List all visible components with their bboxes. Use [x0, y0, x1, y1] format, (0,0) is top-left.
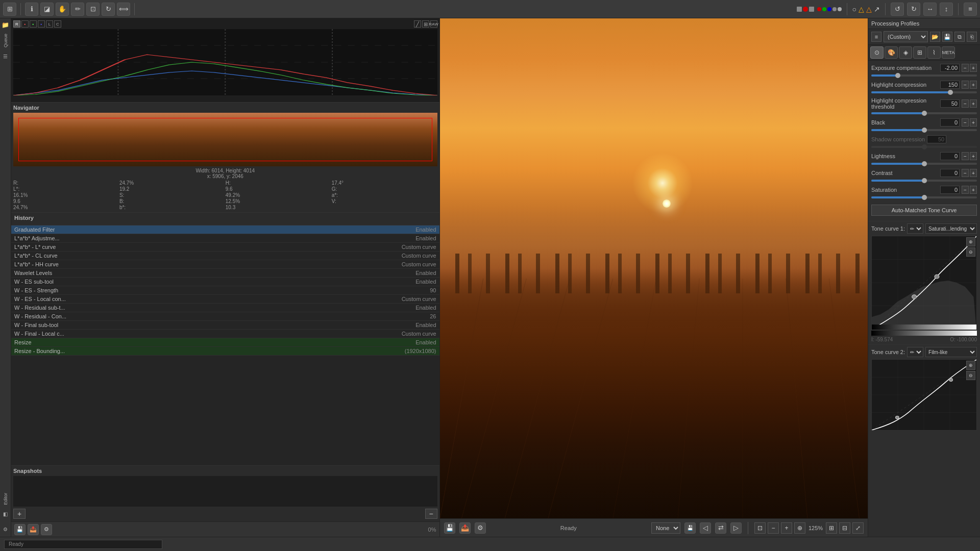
settings-icon-btn[interactable]: ⚙	[1, 524, 10, 534]
fit-width-btn[interactable]: ⊞	[826, 522, 837, 534]
hlt-minus-btn[interactable]: −	[962, 99, 969, 108]
exposure-comp-slider-track[interactable]	[871, 74, 977, 77]
rotate-tool-btn[interactable]: ↻	[102, 3, 115, 16]
history-item-7[interactable]: W - ES - Strength90	[11, 286, 439, 295]
lt-plus-btn[interactable]: +	[970, 152, 977, 160]
saturation-thumb[interactable]	[922, 195, 927, 200]
straighten-btn[interactable]: ⟺	[117, 3, 130, 16]
hlt-plus-btn[interactable]: +	[970, 99, 977, 108]
prof-save-btn[interactable]: 💾	[942, 32, 952, 42]
crop-tool-btn[interactable]: ⊡	[86, 3, 100, 16]
exp-minus-btn[interactable]: −	[962, 64, 969, 72]
fullscreen-btn[interactable]: ⤢	[852, 522, 864, 534]
exp-plus-btn[interactable]: +	[970, 64, 977, 72]
fit-height-btn[interactable]: ⊟	[839, 522, 850, 534]
tab-meta[interactable]: META	[942, 46, 955, 59]
tab-exposure[interactable]: ⊙	[870, 46, 884, 59]
curve-1-copy-btn[interactable]: ⊖	[966, 247, 975, 257]
tone-curve-1-type[interactable]: ✏	[907, 223, 923, 234]
contrast-value[interactable]	[940, 169, 960, 177]
prof-copy-btn[interactable]: ⧉	[954, 32, 965, 42]
sat-plus-btn[interactable]: +	[970, 186, 977, 194]
history-item-5[interactable]: Wavelet LevelsEnabled	[11, 269, 439, 278]
external-btn[interactable]: ⚙	[475, 522, 486, 534]
ct-plus-btn[interactable]: +	[970, 169, 977, 177]
prof-list-btn[interactable]: ≡	[871, 32, 881, 42]
proc-profiles-btn[interactable]: ≡	[964, 3, 977, 16]
black-thumb[interactable]	[922, 128, 927, 133]
blk-plus-btn[interactable]: +	[970, 118, 977, 127]
file-browser-btn[interactable]: ⊞	[3, 3, 16, 16]
snapshot-remove-btn[interactable]: −	[425, 509, 437, 519]
hist-channel-l[interactable]: L	[46, 20, 53, 28]
overlay-select[interactable]: None	[651, 522, 680, 534]
flip-v-btn[interactable]: ↕	[940, 3, 953, 16]
hl-minus-btn[interactable]: −	[962, 81, 969, 89]
history-item-3[interactable]: L*a*b* - CL curveCustom curve	[11, 252, 439, 260]
zoom-out-btn[interactable]: −	[768, 522, 779, 534]
hist-channel-b[interactable]: ▪	[38, 20, 45, 28]
auto-tone-curve-btn[interactable]: Auto-Matched Tone Curve	[871, 205, 977, 216]
zoom-fit-btn[interactable]: ⊡	[754, 522, 766, 534]
pencil-tool-btn[interactable]: ✏	[71, 3, 84, 16]
info-btn[interactable]: ℹ	[25, 3, 38, 16]
zoom-100-btn[interactable]: ⊕	[794, 522, 805, 534]
history-item-9[interactable]: W - Residual sub-t...Enabled	[11, 304, 439, 312]
ct-minus-btn[interactable]: −	[962, 169, 969, 177]
history-item-2[interactable]: L*a*b* - L* curveCustom curve	[11, 243, 439, 252]
hist-full-btn[interactable]: ⊞	[422, 20, 429, 28]
history-item-14[interactable]: Resize - Bounding...(980x551)	[11, 347, 439, 356]
exposure-comp-thumb[interactable]	[895, 73, 900, 78]
hist-channel-r[interactable]: R	[13, 20, 20, 28]
profile-select[interactable]: (Custom) Default	[884, 31, 928, 42]
prev-img-btn[interactable]: ◁	[700, 522, 711, 534]
rotate-ccw-btn[interactable]: ↺	[891, 3, 904, 16]
contrast-thumb[interactable]	[922, 178, 927, 183]
lightness-thumb[interactable]	[922, 161, 927, 166]
flip-h-btn[interactable]: ↔	[923, 3, 937, 16]
history-item-12[interactable]: W - Final - Local c...Custom curve	[11, 330, 439, 338]
tab-wavelet[interactable]: ⌇	[927, 46, 941, 59]
tone-curve-2-type[interactable]: ✏	[907, 347, 923, 357]
black-value[interactable]	[940, 118, 960, 127]
highlight-comp-thumb[interactable]	[948, 90, 953, 95]
hist-channel-g[interactable]: ▪	[30, 20, 37, 28]
history-item-6[interactable]: W - ES sub-toolEnabled	[11, 278, 439, 286]
tone-curve-1-channel[interactable]: Saturati...lending	[925, 223, 977, 234]
saturation-value[interactable]	[940, 186, 960, 194]
next-img-btn[interactable]: ▷	[730, 522, 742, 534]
hl-plus-btn[interactable]: +	[970, 81, 977, 89]
rotate-cw-btn[interactable]: ↻	[907, 3, 920, 16]
hl-thresh-value[interactable]	[940, 99, 960, 108]
curve-2-eyedropper-btn[interactable]: ⊕	[966, 361, 975, 370]
hl-thresh-thumb[interactable]	[922, 111, 927, 116]
history-item-13[interactable]: ResizeEnabled	[11, 338, 439, 347]
tone-curve-2-channel[interactable]: Film-like	[925, 347, 977, 357]
history-item-10[interactable]: W - Residual - Con...26	[11, 312, 439, 321]
lightness-value[interactable]	[940, 152, 960, 160]
zoom-in-btn[interactable]: +	[781, 522, 792, 534]
queue-icon-btn[interactable]: ☰	[1, 52, 10, 61]
curve-2-copy-btn[interactable]: ⊖	[966, 371, 975, 380]
filebrowser-icon-btn[interactable]: 📁	[1, 20, 10, 30]
tab-composition[interactable]: ⊞	[913, 46, 926, 59]
tab-color[interactable]: 🎨	[885, 46, 898, 59]
color-picker-btn[interactable]: ◪	[40, 3, 54, 16]
save-img-btn[interactable]: 💾	[684, 522, 696, 534]
saturation-slider-track[interactable]	[871, 196, 977, 198]
hist-channel-r2[interactable]: ▪	[21, 20, 29, 28]
contrast-slider-track[interactable]	[871, 180, 977, 182]
highlight-comp-value[interactable]	[940, 81, 960, 89]
black-slider-track[interactable]	[871, 129, 977, 131]
history-item-1[interactable]: L*a*b* Adjustme...Enabled	[11, 234, 439, 243]
exposure-comp-value[interactable]	[940, 64, 960, 72]
save-btn[interactable]: 💾	[444, 522, 455, 534]
hist-raw-btn[interactable]: RAW	[430, 20, 437, 28]
lightness-slider-track[interactable]	[871, 163, 977, 165]
snapshot-add-btn[interactable]: +	[13, 509, 26, 519]
batch-queue-btn[interactable]: ⚙	[41, 524, 52, 535]
editor-icon-btn[interactable]: ◧	[1, 509, 10, 518]
blk-minus-btn[interactable]: −	[962, 118, 969, 127]
hl-thresh-slider-track[interactable]	[871, 112, 977, 114]
prof-paste-btn[interactable]: ⎗	[967, 32, 977, 42]
